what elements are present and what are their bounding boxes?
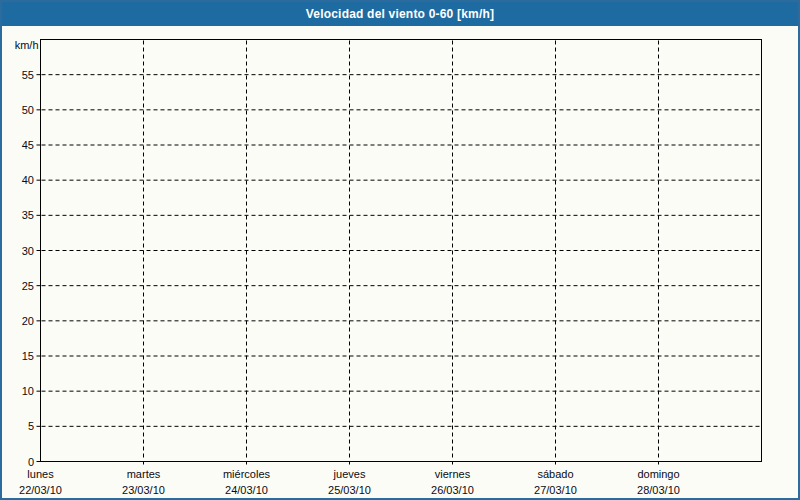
day-date-viernes: 26/03/10: [431, 484, 474, 496]
day-label-sábado: sábado: [537, 468, 573, 480]
day-date-domingo: 28/03/10: [637, 484, 680, 496]
ytick-label-25: 25: [22, 280, 34, 292]
day-date-martes: 23/03/10: [122, 484, 165, 496]
ytick-label-55: 55: [22, 69, 34, 81]
wind-speed-chart-canvas: 0510152025303540455055km/hlunes22/03/10m…: [2, 2, 798, 498]
day-date-jueves: 25/03/10: [328, 484, 371, 496]
day-date-lunes: 22/03/10: [19, 484, 62, 496]
ytick-label-45: 45: [22, 139, 34, 151]
wind-chart-window: Velocidad del viento 0-60 [km/h] 0510152…: [0, 0, 800, 500]
ytick-label-30: 30: [22, 245, 34, 257]
day-date-sábado: 27/03/10: [534, 484, 577, 496]
ytick-label-5: 5: [28, 420, 34, 432]
ytick-label-0: 0: [28, 456, 34, 468]
ytick-label-15: 15: [22, 350, 34, 362]
y-axis-unit-label: km/h: [15, 39, 39, 51]
day-label-jueves: jueves: [333, 468, 366, 480]
day-label-miércoles: miércoles: [223, 468, 271, 480]
ytick-label-50: 50: [22, 104, 34, 116]
ytick-label-10: 10: [22, 385, 34, 397]
day-date-miércoles: 24/03/10: [225, 484, 268, 496]
day-label-lunes: lunes: [27, 468, 54, 480]
day-label-domingo: domingo: [637, 468, 679, 480]
day-label-viernes: viernes: [435, 468, 471, 480]
ytick-label-40: 40: [22, 174, 34, 186]
ytick-label-35: 35: [22, 209, 34, 221]
day-label-martes: martes: [127, 468, 161, 480]
ytick-label-20: 20: [22, 315, 34, 327]
